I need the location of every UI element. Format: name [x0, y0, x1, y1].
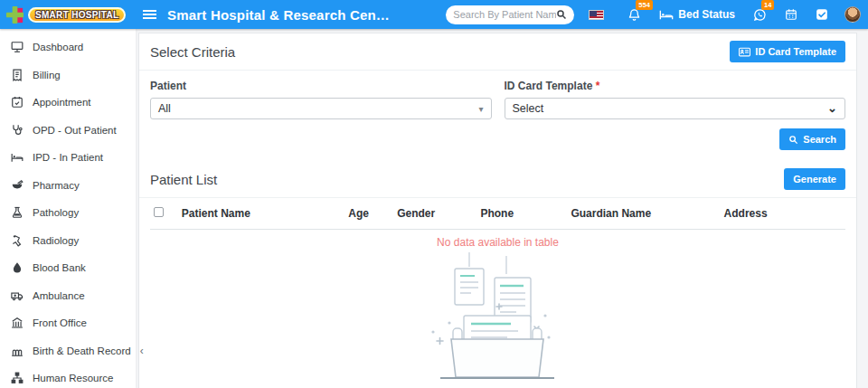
bed-icon — [659, 9, 674, 21]
sidebar-item-billing[interactable]: Billing — [0, 62, 136, 90]
template-field: ID Card Template * Select ⌄ — [505, 80, 846, 119]
sidebar-item-label: Radiology — [33, 235, 79, 246]
sidebar-item-label: Dashboard — [33, 42, 83, 52]
patient-search-input[interactable] — [453, 9, 556, 20]
bed-status-label: Bed Status — [678, 8, 735, 21]
front-office-icon — [11, 317, 24, 329]
hamburger-menu-icon[interactable] — [143, 9, 156, 20]
search-button-label: Search — [803, 134, 836, 145]
empty-box-illustration-icon — [417, 252, 580, 381]
search-icon — [788, 135, 798, 145]
sidebar-nav: Dashboard Billing Appointment OPD - Out … — [0, 29, 136, 388]
patient-list-header: Patient List Generate — [139, 161, 856, 198]
select-all-checkbox[interactable] — [154, 207, 164, 217]
radiology-icon — [11, 234, 24, 247]
dropdown-arrow-icon: ▾ — [478, 104, 483, 114]
empty-state-illustration — [139, 251, 856, 384]
page-title: Smart Hospital & Research Cen… — [167, 7, 390, 23]
sidebar-item-opd[interactable]: OPD - Out Patient — [0, 117, 136, 145]
notifications-bell[interactable]: 554 — [627, 8, 641, 22]
birth-death-icon — [11, 345, 24, 357]
sidebar-item-label: Pharmacy — [33, 180, 80, 191]
select-criteria-header: Select Criteria ID Card Template — [139, 33, 856, 71]
us-flag-icon[interactable] — [589, 10, 604, 20]
patient-field: Patient All ▾ — [150, 80, 492, 119]
task-check-icon — [816, 8, 828, 21]
id-card-icon — [739, 47, 750, 57]
sidebar-item-label: OPD - Out Patient — [33, 125, 117, 136]
search-icon[interactable] — [556, 9, 567, 20]
sidebar-item-label: Ambulance — [33, 290, 85, 301]
id-card-template-button[interactable]: ID Card Template — [730, 41, 845, 62]
appointment-calendar-icon — [11, 96, 24, 109]
required-asterisk: * — [596, 80, 600, 92]
whatsapp-badge: 14 — [761, 0, 774, 10]
sidebar-item-ambulance[interactable]: Ambulance — [0, 282, 136, 310]
generate-button-label: Generate — [793, 174, 836, 185]
column-age[interactable]: Age — [344, 198, 393, 230]
app-logo[interactable]: SMART HOSPITAL — [0, 5, 136, 24]
inpatient-bed-icon — [11, 151, 24, 164]
sitemap-icon — [11, 372, 24, 384]
notification-badge: 554 — [636, 0, 653, 10]
sidebar-item-human-resource[interactable]: Human Resource — [0, 364, 136, 388]
content-card: Select Criteria ID Card Template Patient… — [138, 33, 857, 388]
table-header-row: Patient Name Age Gender Phone Guardian N… — [150, 198, 845, 230]
generate-button[interactable]: Generate — [784, 168, 845, 190]
sidebar-item-ipd[interactable]: IPD - In Patient — [0, 144, 136, 172]
sidebar-item-appointment[interactable]: Appointment — [0, 89, 136, 117]
sidebar-item-label: Pathology — [33, 207, 79, 218]
flask-icon — [11, 206, 24, 219]
patient-list-title: Patient List — [150, 172, 217, 187]
template-select[interactable]: Select ⌄ — [505, 98, 846, 119]
stethoscope-icon — [11, 124, 24, 137]
column-address[interactable]: Address — [721, 198, 845, 230]
search-button[interactable]: Search — [779, 128, 845, 150]
column-guardian-name[interactable]: Guardian Name — [567, 198, 720, 230]
tasks-button[interactable] — [816, 8, 828, 21]
sidebar-item-pathology[interactable]: Pathology — [0, 199, 136, 227]
blood-drop-icon — [11, 261, 24, 274]
logo-cross-icon — [5, 5, 24, 24]
sidebar-item-pharmacy[interactable]: Pharmacy — [0, 172, 136, 200]
chevron-left-icon[interactable]: ‹ — [140, 345, 144, 357]
sidebar-item-label: Blood Bank — [33, 262, 86, 273]
criteria-form: Patient All ▾ ID Card Template * Select … — [139, 71, 856, 119]
column-gender[interactable]: Gender — [393, 198, 476, 230]
calendar-icon — [785, 8, 797, 21]
logo-text: SMART HOSPITAL — [28, 7, 126, 23]
select-criteria-title: Select Criteria — [150, 44, 235, 60]
sidebar-item-radiology[interactable]: Radiology — [0, 227, 136, 255]
patient-label: Patient — [150, 80, 492, 92]
sidebar-item-front-office[interactable]: Front Office — [0, 309, 136, 337]
column-phone[interactable]: Phone — [476, 198, 567, 230]
no-data-message: No data available in table — [139, 230, 856, 251]
calendar-button[interactable] — [785, 8, 797, 21]
sidebar-item-blood-bank[interactable]: Blood Bank — [0, 254, 136, 282]
user-avatar[interactable] — [844, 6, 861, 23]
sidebar-item-label: Human Resource — [33, 373, 113, 383]
sidebar-item-label: Front Office — [33, 317, 87, 328]
search-row: Search — [139, 119, 856, 161]
whatsapp-button[interactable]: 14 — [753, 8, 767, 22]
sidebar-item-label: Appointment — [33, 97, 91, 108]
sidebar-item-dashboard[interactable]: Dashboard — [0, 33, 136, 62]
template-select-value: Select — [513, 102, 544, 115]
sidebar-item-label: Billing — [33, 70, 61, 80]
empty-state-hint: ←Add new record or search with different… — [139, 384, 856, 388]
sidebar-item-birth-death[interactable]: Birth & Death Record ‹ — [0, 337, 136, 365]
column-patient-name[interactable]: Patient Name — [178, 198, 345, 230]
monitor-icon — [11, 41, 24, 53]
mortar-pestle-icon — [11, 179, 24, 192]
patient-select-value: All — [158, 102, 171, 115]
sidebar-item-label: IPD - In Patient — [33, 152, 103, 163]
bed-status-button[interactable]: Bed Status — [659, 8, 735, 21]
main-content: Select Criteria ID Card Template Patient… — [136, 29, 868, 388]
id-card-template-button-label: ID Card Template — [755, 46, 836, 57]
ambulance-icon — [11, 289, 24, 302]
patient-table: Patient Name Age Gender Phone Guardian N… — [150, 198, 845, 230]
patient-select[interactable]: All ▾ — [150, 98, 492, 119]
top-bar: SMART HOSPITAL Smart Hospital & Research… — [0, 0, 868, 29]
template-label: ID Card Template * — [505, 80, 846, 92]
sidebar-item-label: Birth & Death Record — [33, 345, 131, 356]
